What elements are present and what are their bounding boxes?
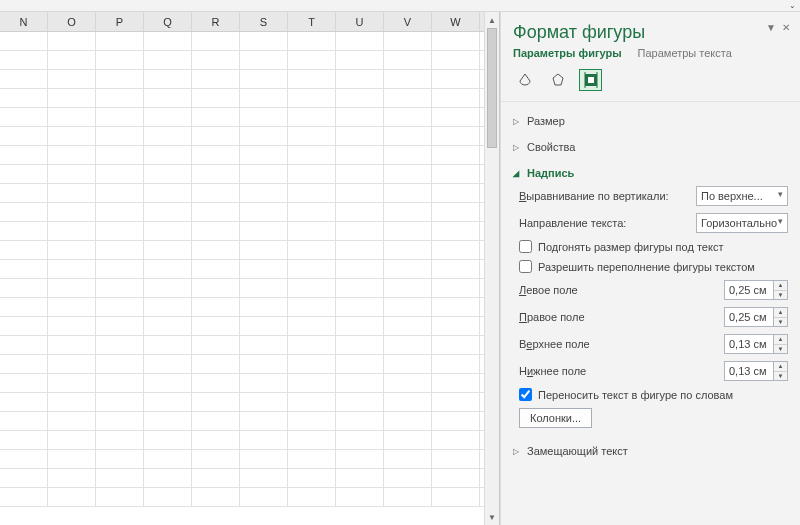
cell[interactable] <box>288 184 336 202</box>
cell[interactable] <box>96 450 144 468</box>
cell[interactable] <box>192 279 240 297</box>
cell[interactable] <box>336 165 384 183</box>
cell[interactable] <box>336 241 384 259</box>
cell[interactable] <box>288 51 336 69</box>
cell[interactable] <box>240 70 288 88</box>
cell[interactable] <box>384 355 432 373</box>
cell[interactable] <box>192 317 240 335</box>
cell[interactable] <box>240 146 288 164</box>
cell[interactable] <box>240 336 288 354</box>
cell[interactable] <box>336 431 384 449</box>
column-header[interactable]: W <box>432 12 480 31</box>
cell[interactable] <box>48 260 96 278</box>
cell[interactable] <box>192 260 240 278</box>
column-header[interactable]: O <box>48 12 96 31</box>
cell[interactable] <box>384 51 432 69</box>
cell[interactable] <box>48 450 96 468</box>
cell[interactable] <box>336 146 384 164</box>
cell[interactable] <box>48 469 96 487</box>
cell[interactable] <box>336 450 384 468</box>
cell[interactable] <box>384 469 432 487</box>
cell[interactable] <box>0 374 48 392</box>
cell[interactable] <box>288 146 336 164</box>
cell[interactable] <box>432 260 480 278</box>
cell[interactable] <box>48 222 96 240</box>
cell[interactable] <box>192 222 240 240</box>
margin-right-input[interactable]: 0,25 см <box>724 307 774 327</box>
cell[interactable] <box>0 70 48 88</box>
cell[interactable] <box>96 412 144 430</box>
tab-shape-options[interactable]: Параметры фигуры <box>513 47 622 59</box>
cell[interactable] <box>384 222 432 240</box>
cell[interactable] <box>384 412 432 430</box>
cell[interactable] <box>384 203 432 221</box>
cell[interactable] <box>336 336 384 354</box>
column-header[interactable]: T <box>288 12 336 31</box>
cell[interactable] <box>240 279 288 297</box>
cell[interactable] <box>240 165 288 183</box>
cell[interactable] <box>96 469 144 487</box>
cell[interactable] <box>144 70 192 88</box>
cell[interactable] <box>192 32 240 50</box>
overflow-input[interactable] <box>519 260 532 273</box>
cell[interactable] <box>192 241 240 259</box>
cell[interactable] <box>240 222 288 240</box>
cell[interactable] <box>432 450 480 468</box>
cell[interactable] <box>384 279 432 297</box>
cell[interactable] <box>0 51 48 69</box>
cell[interactable] <box>288 32 336 50</box>
columns-button[interactable]: Колонки... <box>519 408 592 428</box>
cell[interactable] <box>384 260 432 278</box>
cell[interactable] <box>144 355 192 373</box>
cell[interactable] <box>432 241 480 259</box>
scroll-up-icon[interactable]: ▲ <box>485 12 499 28</box>
spin-up-icon[interactable]: ▲ <box>774 308 787 318</box>
cell[interactable] <box>432 469 480 487</box>
cell[interactable] <box>288 469 336 487</box>
cell[interactable] <box>48 431 96 449</box>
cell[interactable] <box>144 127 192 145</box>
cell[interactable] <box>96 184 144 202</box>
cell[interactable] <box>288 336 336 354</box>
cell[interactable] <box>144 412 192 430</box>
size-properties-icon[interactable] <box>579 69 602 91</box>
column-header[interactable]: N <box>0 12 48 31</box>
cell[interactable] <box>96 355 144 373</box>
grid-cells[interactable] <box>0 32 484 525</box>
cell[interactable] <box>240 127 288 145</box>
cell[interactable] <box>384 431 432 449</box>
cell[interactable] <box>384 108 432 126</box>
cell[interactable] <box>288 279 336 297</box>
cell[interactable] <box>0 165 48 183</box>
cell[interactable] <box>240 374 288 392</box>
cell[interactable] <box>0 260 48 278</box>
cell[interactable] <box>192 469 240 487</box>
cell[interactable] <box>144 203 192 221</box>
cell[interactable] <box>336 374 384 392</box>
cell[interactable] <box>432 298 480 316</box>
cell[interactable] <box>192 374 240 392</box>
cell[interactable] <box>192 127 240 145</box>
cell[interactable] <box>432 146 480 164</box>
cell[interactable] <box>192 184 240 202</box>
cell[interactable] <box>144 279 192 297</box>
cell[interactable] <box>192 488 240 506</box>
cell[interactable] <box>288 241 336 259</box>
cell[interactable] <box>240 355 288 373</box>
cell[interactable] <box>384 241 432 259</box>
cell[interactable] <box>288 488 336 506</box>
spin-down-icon[interactable]: ▼ <box>774 291 787 300</box>
cell[interactable] <box>48 184 96 202</box>
cell[interactable] <box>144 336 192 354</box>
spin-down-icon[interactable]: ▼ <box>774 345 787 354</box>
cell[interactable] <box>240 412 288 430</box>
cell[interactable] <box>48 336 96 354</box>
cell[interactable] <box>144 317 192 335</box>
cell[interactable] <box>384 488 432 506</box>
cell[interactable] <box>144 89 192 107</box>
fill-line-icon[interactable] <box>513 69 536 91</box>
panel-close-icon[interactable]: ✕ <box>782 22 790 33</box>
cell[interactable] <box>96 203 144 221</box>
cell[interactable] <box>432 222 480 240</box>
cell[interactable] <box>144 298 192 316</box>
